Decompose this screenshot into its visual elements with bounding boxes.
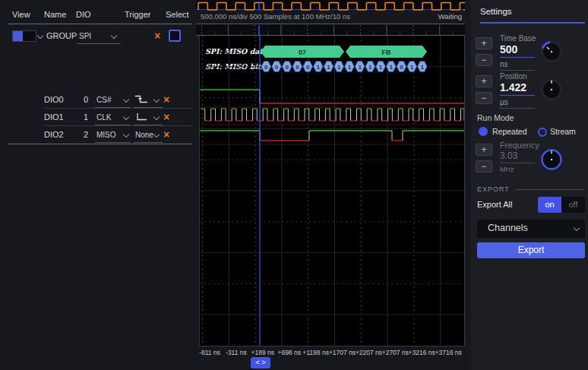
nav-left-chevron-icon: <	[255, 359, 259, 366]
stream-radio[interactable]	[538, 128, 547, 137]
svg-text:1: 1	[317, 64, 321, 71]
chevron-down-icon[interactable]	[123, 96, 129, 103]
frequency-knob[interactable]	[540, 148, 563, 171]
position-value[interactable]: 1.422	[500, 81, 526, 93]
waveform-canvas[interactable]: 07FB0000011111111011	[200, 36, 464, 346]
header-divider	[8, 24, 192, 24]
col-header-dio: DIO	[76, 10, 91, 19]
frequency-unit: MHz	[500, 166, 514, 173]
scope-info-bar: 500.000 ns/div 500 Samples at 100 MHz/10…	[196, 10, 465, 23]
chevron-down-icon[interactable]	[111, 33, 117, 39]
chevron-down-icon[interactable]	[153, 96, 160, 103]
table-bottom-divider	[8, 144, 192, 144]
select-underline	[77, 43, 121, 44]
svg-text:1: 1	[410, 64, 414, 71]
time-axis: -811 ns-311 ns+189 ns+698 ns+1198 ns+170…	[196, 349, 465, 359]
acquisition-preview-strip[interactable]	[196, 0, 465, 10]
time-base-knob[interactable]	[540, 40, 563, 63]
col-header-name: Name	[44, 10, 66, 19]
rising-edge-trigger-icon[interactable]	[134, 112, 148, 122]
channel-remove-button[interactable]: ×	[163, 94, 169, 105]
settings-title: Settings	[480, 7, 512, 16]
run-mode-label: Run Mode	[477, 113, 514, 122]
channels-dropdown[interactable]: Channels	[477, 220, 585, 238]
time-base-unit-select[interactable]: ns	[500, 60, 508, 68]
value-underline	[500, 57, 535, 58]
svg-text:1: 1	[379, 64, 383, 71]
stream-radio-label[interactable]: Stream	[550, 127, 576, 136]
chevron-down-icon[interactable]	[37, 33, 43, 39]
settings-panel: Settings + − Time Base 500 ns + − Positi…	[471, 0, 588, 370]
chevron-down-icon[interactable]	[123, 131, 129, 138]
channel-signal-select[interactable]: MISO	[96, 131, 116, 139]
time-axis-label: +3716 ns	[432, 349, 465, 356]
channel-dio-number: 1	[84, 112, 88, 122]
channel-trigger-select[interactable]: None	[135, 131, 153, 139]
position-minus-button[interactable]: −	[476, 92, 492, 104]
channel-name: DIO2	[44, 130, 64, 139]
frequency-plus-button[interactable]: +	[476, 144, 492, 156]
channel-name: DIO0	[44, 95, 64, 104]
svg-text:1: 1	[327, 64, 330, 71]
svg-text:1: 1	[421, 64, 425, 71]
position-knob[interactable]	[540, 78, 563, 101]
chevron-down-icon[interactable]	[153, 114, 160, 120]
time-base-value[interactable]: 500	[500, 43, 517, 55]
repeated-radio[interactable]	[479, 127, 488, 136]
export-section-line	[515, 189, 583, 190]
toggle-on-option[interactable]: on	[538, 197, 561, 213]
frequency-label: Frequency	[500, 141, 539, 150]
timeline-scrollbar[interactable]	[196, 24, 465, 36]
channel-signal-select[interactable]: CLK	[96, 113, 111, 122]
position-nav-button[interactable]: < >	[251, 357, 270, 368]
col-header-select: Select	[166, 10, 189, 19]
group-color-swatch[interactable]	[12, 30, 36, 42]
export-all-toggle[interactable]: on off	[538, 197, 585, 213]
select-underline	[134, 142, 163, 143]
logic-analyzer-window: View Name DIO Trigger Select GROUP SPI ×…	[0, 0, 588, 370]
svg-text:1: 1	[348, 64, 352, 71]
select-underline	[95, 142, 131, 143]
unit-underline	[500, 70, 535, 71]
timebase-info-text: 500.000 ns/div 500 Samples at 100 MHz/10…	[201, 12, 350, 21]
falling-edge-trigger-icon[interactable]	[134, 94, 148, 104]
svg-text:0: 0	[275, 64, 279, 71]
channel-remove-button[interactable]: ×	[163, 112, 169, 122]
export-button[interactable]: Export	[477, 242, 585, 258]
position-unit-select[interactable]: µs	[500, 98, 508, 106]
frequency-minus-button[interactable]: −	[476, 160, 492, 172]
group-protocol-select[interactable]: SPI	[79, 32, 91, 40]
svg-text:0: 0	[306, 64, 310, 71]
chevron-down-icon[interactable]	[153, 131, 160, 138]
repeated-radio-label[interactable]: Repeated	[492, 127, 527, 136]
row-divider	[44, 108, 192, 109]
position-plus-button[interactable]: +	[476, 75, 492, 87]
group-name: GROUP	[46, 31, 77, 40]
channel-remove-button[interactable]: ×	[163, 129, 169, 140]
svg-text:FB: FB	[382, 49, 391, 56]
time-base-minus-button[interactable]: −	[476, 54, 492, 66]
svg-text:1: 1	[368, 64, 372, 71]
time-base-plus-button[interactable]: +	[476, 37, 492, 49]
channel-signal-select[interactable]: CS#	[96, 96, 111, 104]
chevron-down-icon	[574, 225, 580, 231]
group-remove-button[interactable]: ×	[154, 30, 160, 41]
svg-text:1: 1	[390, 64, 394, 71]
chevron-down-icon[interactable]	[123, 114, 129, 120]
channel-list-panel: View Name DIO Trigger Select GROUP SPI ×…	[0, 0, 196, 370]
time-base-label: Time Base	[500, 34, 536, 43]
export-all-label: Export All	[477, 200, 512, 209]
waveform-plot[interactable]: SPI: MISO data SPI: MISO bits 07FB000001…	[199, 36, 465, 346]
group-select-checkbox[interactable]	[169, 30, 181, 42]
channel-dio-number: 2	[84, 130, 88, 139]
col-header-view: View	[12, 10, 30, 19]
svg-text:0: 0	[264, 64, 268, 71]
group-color-fill	[13, 31, 23, 41]
value-underline	[500, 95, 535, 96]
toggle-off-option[interactable]: off	[561, 197, 585, 213]
channel-dio-number: 0	[84, 95, 88, 104]
status-text: Waiting	[438, 12, 462, 21]
row-divider	[44, 125, 192, 126]
export-section-heading: EXPORT	[477, 185, 510, 193]
settings-title-underline	[480, 22, 585, 24]
